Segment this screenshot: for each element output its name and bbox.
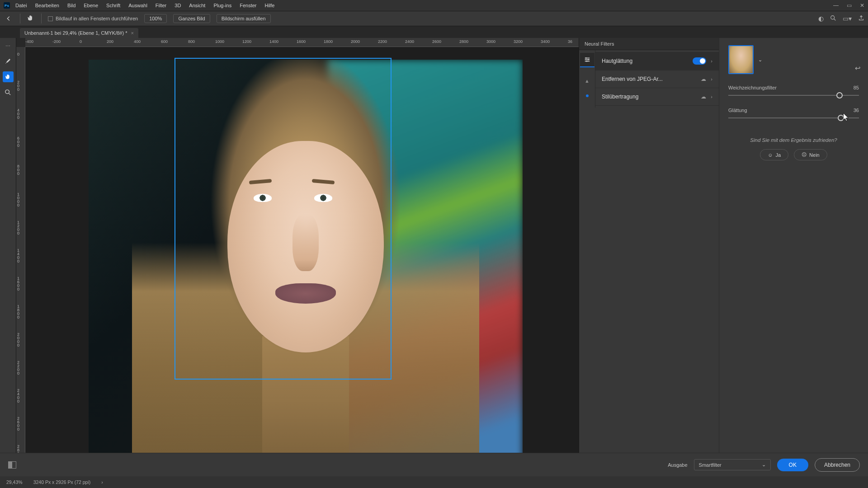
search-icon[interactable] [830,15,836,23]
cloud-download-icon[interactable]: ☁ [701,76,706,82]
slider-label: Glättung [728,108,747,113]
menu-auswahl[interactable]: Auswahl [128,3,147,8]
close-icon[interactable]: ✕ [860,2,864,9]
document-tab-label: Unbenannt-1 bei 29,4% (Ebene 1, CMYK/8#)… [24,30,127,36]
ok-button[interactable]: OK [777,459,808,471]
ruler-vertical: 0200400600800100012001400160018002000220… [16,47,25,476]
menu-hilfe[interactable]: Hilfe [264,3,274,8]
titlebar: Ps Datei Bearbeiten Bild Ebene Schrift A… [0,0,868,11]
hand-tool-icon[interactable] [27,14,35,23]
reset-icon[interactable]: ↩ [855,64,861,72]
scroll-all-label: Bildlauf in allen Fenstern durchführen [56,16,138,21]
dropdown-value: Smartfilter [699,462,722,468]
menu-ebene[interactable]: Ebene [84,3,98,8]
svg-point-2 [585,57,587,59]
chevron-right-icon: › [711,94,712,99]
slider-handle[interactable] [836,92,843,99]
fit-screen-button[interactable]: Bildschirm ausfüllen [217,14,271,23]
minimize-icon[interactable]: — [833,2,839,9]
filter-label: Hautglättung [602,58,688,64]
back-home-button[interactable] [4,14,14,23]
menu-3d[interactable]: 3D [175,3,181,8]
main-menu: Datei Bearbeiten Bild Ebene Schrift Ausw… [15,3,274,8]
document-tab[interactable]: Unbenannt-1 bei 29,4% (Ebene 1, CMYK/8#)… [20,28,138,38]
output-label: Ausgabe [668,462,687,468]
svg-point-3 [588,59,589,61]
svg-point-4 [586,61,587,62]
update-dot-icon [586,94,589,97]
sad-icon: ☹ [802,152,807,158]
filter-style-transfer[interactable]: Stilübertragung ☁ › [595,88,719,106]
filter-skin-smoothing[interactable]: Hautglättung › [595,52,719,70]
hand-tool[interactable] [3,71,14,82]
app-logo: Ps [4,2,10,9]
menu-filter[interactable]: Filter [156,3,166,8]
cloud-icon[interactable]: ◐ [818,15,824,22]
menu-bild[interactable]: Bild [67,3,75,8]
share-icon[interactable] [858,15,864,23]
menu-datei[interactable]: Datei [15,3,27,8]
zoom-tool[interactable] [3,87,14,98]
output-dropdown[interactable]: Smartfilter ⌄ [694,459,771,470]
button-label: Ja [775,152,781,158]
document-image [89,60,523,466]
chevron-down-icon[interactable]: ⌄ [758,57,762,63]
chevron-right-icon: › [711,58,712,64]
slider-value: 85 [854,85,859,90]
slider-smoothness: Glättung 36 [728,108,859,118]
preview-toggle-icon[interactable] [8,461,16,469]
ruler-horizontal: -400-20002004006008001000120014001600180… [25,38,579,47]
svg-point-0 [831,15,835,19]
menu-schrift[interactable]: Schrift [106,3,120,8]
slider-value: 36 [854,108,859,113]
cloud-download-icon[interactable]: ☁ [701,94,706,100]
svg-point-1 [5,89,9,93]
edit-toolbar-icon[interactable]: ⋯ [3,41,14,52]
tools-panel: ⋯ [0,38,16,476]
face-thumbnail [728,45,754,74]
menu-plugins[interactable]: Plug-ins [213,3,231,8]
zoom-100-button[interactable]: 100% [144,14,167,23]
slider-track[interactable] [728,117,859,118]
chevron-right-icon: › [711,76,712,82]
slider-blur: Weichzeichnungsfilter 85 [728,85,859,96]
chevron-down-icon: ⌄ [762,462,766,468]
slider-handle[interactable] [838,115,844,121]
menu-ansicht[interactable]: Ansicht [189,3,205,8]
smile-icon: ☺ [768,152,773,158]
workspace-icon[interactable]: ▭▾ [843,15,852,22]
slider-label: Weichzeichnungsfilter [728,85,777,90]
button-label: Nein [809,152,820,158]
filters-tab-icon[interactable] [580,53,594,67]
filter-jpeg-removal[interactable]: Entfernen von JPEG-Ar... ☁ › [595,70,719,88]
face-selector[interactable]: ⌄ [728,45,859,74]
status-dimensions: 3240 Px x 2926 Px (72 ppi) [33,479,91,485]
neural-filters-panel: Neural Filters ▲ Hautglättung › Entferne… [579,38,868,476]
status-bar: 29,43% 3240 Px x 2926 Px (72 ppi) › [0,476,579,488]
panel-footer: Ausgabe Smartfilter ⌄ OK Abbrechen [0,453,868,476]
cancel-button[interactable]: Abbrechen [815,458,860,472]
filter-label: Entfernen von JPEG-Ar... [602,76,696,82]
toggle-on[interactable] [693,57,706,65]
status-zoom[interactable]: 29,43% [6,479,23,485]
menu-fenster[interactable]: Fenster [240,3,256,8]
close-tab-icon[interactable]: × [131,30,133,36]
canvas-area: -400-20002004006008001000120014001600180… [16,38,579,476]
scroll-all-checkbox[interactable]: Bildlauf in allen Fenstern durchführen [48,16,138,21]
document-tabs: Unbenannt-1 bei 29,4% (Ebene 1, CMYK/8#)… [0,26,868,38]
maximize-icon[interactable]: ▭ [847,2,852,9]
panel-title: Neural Filters [579,38,719,50]
canvas[interactable] [25,47,579,476]
brush-tool[interactable] [3,56,14,67]
slider-track[interactable] [728,95,859,96]
whole-image-button[interactable]: Ganzes Bild [173,14,210,23]
feedback-yes-button[interactable]: ☺Ja [760,149,788,160]
status-chevron-icon[interactable]: › [101,479,103,485]
wait-tab-icon[interactable]: ▲ [580,74,594,88]
feedback-question: Sind Sie mit dem Ergebnis zufrieden? [728,137,859,143]
filter-label: Stilübertragung [602,94,696,100]
menu-bearbeiten[interactable]: Bearbeiten [35,3,59,8]
window-controls: — ▭ ✕ [833,2,864,9]
feedback-no-button[interactable]: ☹Nein [794,149,827,160]
options-bar: Bildlauf in allen Fenstern durchführen 1… [0,11,868,26]
